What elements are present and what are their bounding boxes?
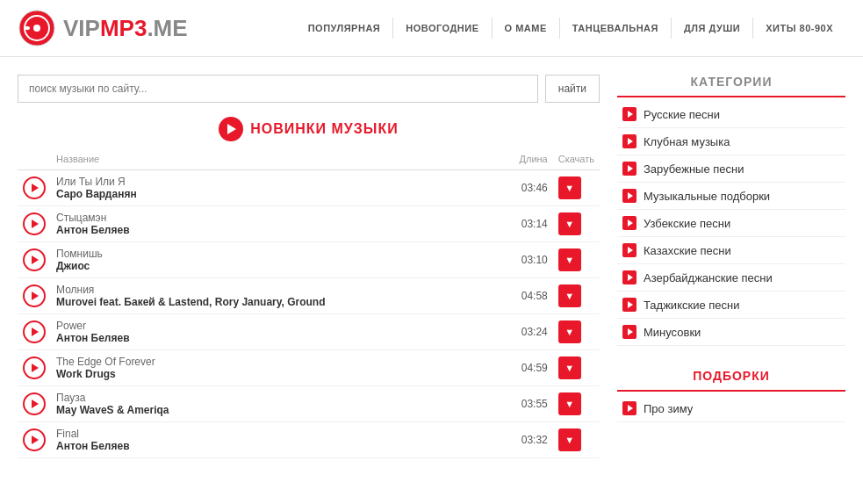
play-button[interactable] [23, 284, 46, 307]
category-item[interactable]: Зарубежные песни [617, 155, 845, 183]
category-arrow-icon [622, 298, 636, 312]
search-button[interactable]: найти [545, 75, 600, 103]
category-arrow-icon [622, 189, 636, 203]
track-info-cell: Стыцамэн Антон Беляев [51, 206, 509, 242]
download-cell [553, 422, 600, 458]
category-label: Зарубежные песни [644, 162, 744, 176]
category-item[interactable]: Таджикские песни [617, 292, 845, 319]
track-duration: 04:58 [509, 278, 553, 314]
nav-tantsevalnyaya[interactable]: ТАНЦЕВАЛЬНАЯ [560, 18, 672, 39]
download-button[interactable] [558, 248, 581, 271]
category-item[interactable]: Музыкальные подборки [617, 183, 845, 210]
track-name: Или Ты Или Я [56, 176, 504, 188]
track-name: Молния [56, 284, 504, 296]
category-item[interactable]: Узбекские песни [617, 210, 845, 237]
track-info-cell: Молния Murovei feat. Бакей & Lastend, Ro… [51, 278, 509, 314]
table-row: The Edge Of Forever Work Drugs 04:59 [18, 350, 600, 386]
new-music-heading: НОВИНКИ МУЗЫКИ [18, 117, 600, 141]
track-artist: Антон Беляев [56, 224, 504, 236]
track-info-cell: Или Ты Или Я Саро Варданян [51, 170, 509, 206]
download-button[interactable] [558, 212, 581, 235]
nav-hity[interactable]: ХИТЫ 80-90Х [753, 18, 845, 39]
play-button[interactable] [23, 356, 46, 379]
download-cell [553, 350, 600, 386]
nav-populyarnaya[interactable]: ПОПУЛЯРНАЯ [296, 18, 394, 39]
download-cell [553, 386, 600, 422]
podborki-heading: ПОДБОРКИ [617, 360, 845, 392]
track-artist: Work Drugs [56, 368, 504, 380]
track-artist: Джиос [56, 260, 504, 272]
category-item[interactable]: Клубная музыка [617, 128, 845, 155]
category-arrow-icon [622, 270, 636, 284]
play-button[interactable] [23, 248, 46, 271]
categories-heading: КАТЕГОРИИ [617, 66, 845, 97]
track-duration: 03:14 [509, 206, 553, 242]
podborki-label: Про зиму [644, 402, 693, 415]
category-label: Минусовки [644, 326, 701, 339]
play-cell [18, 278, 51, 314]
play-button[interactable] [23, 320, 46, 343]
download-cell [553, 314, 600, 350]
category-arrow-icon [622, 107, 636, 121]
download-button[interactable] [558, 284, 581, 307]
play-button[interactable] [23, 212, 46, 235]
download-button[interactable] [558, 356, 581, 379]
track-artist: Антон Беляев [56, 440, 504, 452]
svg-rect-3 [25, 26, 30, 30]
track-artist: May WaveS & Ameriqa [56, 404, 504, 416]
category-item[interactable]: Минусовки [617, 319, 845, 346]
podborki-item[interactable]: Про зиму [617, 395, 845, 422]
col-duration-header: Длина [509, 150, 553, 170]
play-cell [18, 170, 51, 206]
track-artist: Murovei feat. Бакей & Lastend, Rory Janu… [56, 296, 504, 308]
download-button[interactable] [558, 428, 581, 451]
category-item[interactable]: Казахские песни [617, 237, 845, 264]
track-name: Final [56, 428, 504, 440]
track-duration: 04:59 [509, 350, 553, 386]
nav-dlya-dushi[interactable]: ДЛЯ ДУШИ [672, 18, 753, 39]
download-button[interactable] [558, 176, 581, 199]
download-cell [553, 206, 600, 242]
track-duration: 03:10 [509, 242, 553, 278]
track-info-cell: Power Антон Беляев [51, 314, 509, 350]
table-row: Помнишь Джиос 03:10 [18, 242, 600, 278]
category-arrow-icon [622, 134, 636, 148]
download-cell [553, 170, 600, 206]
category-label: Таджикские песни [644, 299, 739, 312]
download-button[interactable] [558, 320, 581, 343]
category-label: Музыкальные подборки [644, 190, 770, 203]
main-nav: ПОПУЛЯРНАЯ НОВОГОДНИЕ О МАМЕ ТАНЦЕВАЛЬНА… [296, 18, 845, 39]
category-label: Русские песни [644, 108, 720, 121]
category-arrow-icon [622, 243, 636, 257]
podborki-arrow-icon [622, 401, 636, 415]
table-row: Power Антон Беляев 03:24 [18, 314, 600, 350]
track-table: Название Длина Скачать Или Ты Или Я Саро… [18, 150, 600, 458]
search-input[interactable] [18, 75, 538, 103]
download-button[interactable] [558, 392, 581, 415]
track-name: The Edge Of Forever [56, 356, 504, 368]
play-button[interactable] [23, 428, 46, 451]
category-item[interactable]: Азербайджанские песни [617, 264, 845, 292]
table-row: Пауза May WaveS & Ameriqa 03:55 [18, 386, 600, 422]
track-name: Пауза [56, 392, 504, 404]
play-cell [18, 206, 51, 242]
nav-novogodnie[interactable]: НОВОГОДНИЕ [393, 18, 492, 39]
track-info-cell: Помнишь Джиос [51, 242, 509, 278]
search-area: найти [18, 75, 600, 103]
category-item[interactable]: Русские песни [617, 101, 845, 128]
track-name: Помнишь [56, 248, 504, 260]
category-label: Азербайджанские песни [644, 271, 773, 284]
col-download-header: Скачать [553, 150, 600, 170]
download-cell [553, 242, 600, 278]
nav-o-mame[interactable]: О МАМЕ [493, 18, 560, 39]
col-play-header [18, 150, 51, 170]
download-cell [553, 278, 600, 314]
right-panel: КАТЕГОРИИ Русские песниКлубная музыкаЗар… [617, 66, 845, 458]
category-arrow-icon [622, 216, 636, 230]
play-button[interactable] [23, 392, 46, 415]
track-duration: 03:55 [509, 386, 553, 422]
play-button[interactable] [23, 176, 46, 199]
logo-icon [18, 9, 56, 47]
logo-text: VIPMP3.ME [63, 15, 188, 42]
logo: VIPMP3.ME [18, 9, 188, 47]
